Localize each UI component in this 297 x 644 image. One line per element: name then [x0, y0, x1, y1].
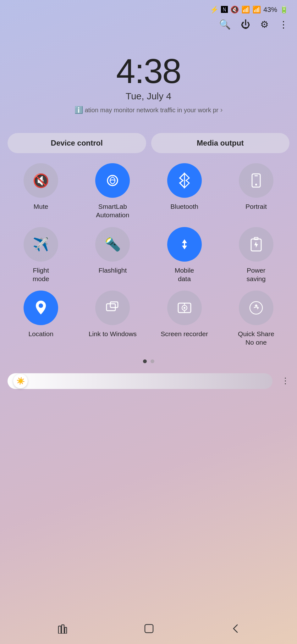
svg-point-3 [255, 184, 257, 186]
wifi-calling-icon: 📶 [241, 6, 250, 14]
tile-mobile-data[interactable]: Mobiledata [151, 227, 218, 283]
nav-bar [0, 616, 297, 644]
qs-tile-grid: 🔇 Mute SmartLabAutomation Blue [8, 163, 289, 347]
svg-point-11 [184, 307, 185, 309]
location-icon-circle [24, 291, 58, 325]
mute-status-icon: 🔇 [230, 6, 239, 14]
screen-recorder-label: Screen recorder [161, 330, 208, 338]
toolbar: 🔍 ⏻ ⚙ ⋮ [0, 16, 297, 35]
settings-button[interactable]: ⚙ [260, 19, 269, 30]
tile-mute[interactable]: 🔇 Mute [8, 163, 74, 219]
smartlab-icon-circle [95, 163, 130, 198]
back-button[interactable] [231, 624, 240, 636]
tile-link-windows[interactable]: Link to Windows [79, 291, 146, 347]
tile-location[interactable]: Location [8, 291, 74, 347]
tile-portrait[interactable]: Portrait [223, 163, 289, 219]
tab-media-output[interactable]: Media output [151, 133, 290, 153]
search-button[interactable]: 🔍 [219, 19, 231, 30]
tab-device-control[interactable]: Device control [8, 133, 146, 153]
location-label: Location [28, 330, 53, 338]
clock-date: Tue, July 4 [126, 91, 172, 102]
power-saving-icon-circle [239, 227, 273, 262]
svg-rect-15 [58, 626, 61, 634]
mute-label: Mute [34, 202, 48, 211]
power-saving-label: Powersaving [247, 266, 266, 283]
svg-point-14 [250, 302, 262, 314]
flight-mode-icon-circle: ✈️ [24, 227, 58, 262]
page-dot-1[interactable] [143, 359, 147, 363]
tile-flashlight[interactable]: 🔦 Flashlight [79, 227, 146, 283]
qs-tabs: Device control Media output [8, 133, 289, 153]
svg-rect-18 [145, 625, 153, 633]
link-windows-label: Link to Windows [89, 330, 137, 338]
flight-mode-label: Flightmode [33, 266, 49, 283]
smartlab-label: SmartLabAutomation [96, 202, 129, 219]
bluetooth-label: Bluetooth [170, 202, 198, 211]
status-icons: ⚡ 🅽 🔇 📶 📶 43% 🔋 [210, 6, 288, 14]
tile-screen-recorder[interactable]: Screen recorder [151, 291, 218, 347]
portrait-icon-circle [239, 163, 273, 198]
recents-button[interactable] [57, 624, 67, 636]
tile-bluetooth[interactable]: Bluetooth [151, 163, 218, 219]
battery-percent: 43% [263, 6, 277, 14]
brightness-row: ☀️ ⋮ [8, 373, 289, 389]
status-bar: ⚡ 🅽 🔇 📶 📶 43% 🔋 [0, 0, 297, 16]
tile-power-saving[interactable]: Powersaving [223, 227, 289, 283]
battery-icon: 🔋 [280, 6, 288, 14]
clock-area: 4:38 Tue, July 4 ℹ️ ation may monitor ne… [0, 54, 297, 114]
brightness-slider[interactable]: ☀️ [8, 373, 272, 389]
brightness-menu-icon[interactable]: ⋮ [281, 376, 289, 386]
info-icon: ℹ️ [74, 106, 83, 114]
pagination-dots [8, 359, 289, 363]
svg-rect-8 [110, 302, 118, 308]
chevron-right-icon: › [220, 106, 223, 114]
svg-point-6 [39, 303, 43, 308]
flashlight-icon-circle: 🔦 [95, 227, 130, 262]
portrait-label: Portrait [245, 202, 267, 211]
nfc-icon: 🅽 [221, 6, 228, 14]
quick-share-icon-circle [239, 291, 273, 325]
svg-rect-17 [65, 627, 67, 634]
bluetooth-icon-circle [167, 163, 202, 198]
more-options-button[interactable]: ⋮ [279, 19, 288, 30]
screen-recorder-icon-circle [167, 291, 202, 325]
mute-icon-circle: 🔇 [24, 163, 58, 198]
bluetooth-status-icon: ⚡ [210, 6, 218, 14]
quick-settings-panel: Device control Media output 🔇 Mute Smart… [8, 133, 289, 363]
network-notice[interactable]: ℹ️ ation may monitor network traffic in … [74, 106, 223, 114]
mobile-data-label: Mobiledata [175, 266, 194, 283]
mobile-data-icon-circle [167, 227, 202, 262]
tile-smartlab[interactable]: SmartLabAutomation [79, 163, 146, 219]
network-notice-text: ation may monitor network traffic in you… [85, 107, 218, 114]
flashlight-label: Flashlight [98, 266, 127, 275]
brightness-sun-icon: ☀️ [16, 377, 25, 385]
home-button[interactable] [144, 623, 154, 636]
tile-quick-share[interactable]: Quick ShareNo one [223, 291, 289, 347]
clock-time: 4:38 [116, 54, 181, 88]
tile-flight-mode[interactable]: ✈️ Flightmode [8, 227, 74, 283]
signal-icon: 📶 [252, 6, 261, 14]
brightness-thumb[interactable]: ☀️ [13, 374, 28, 388]
power-button[interactable]: ⏻ [241, 19, 250, 30]
svg-rect-16 [62, 625, 64, 634]
page-dot-2[interactable] [151, 359, 154, 363]
quick-share-label: Quick ShareNo one [238, 330, 274, 347]
link-windows-icon-circle [95, 291, 130, 325]
